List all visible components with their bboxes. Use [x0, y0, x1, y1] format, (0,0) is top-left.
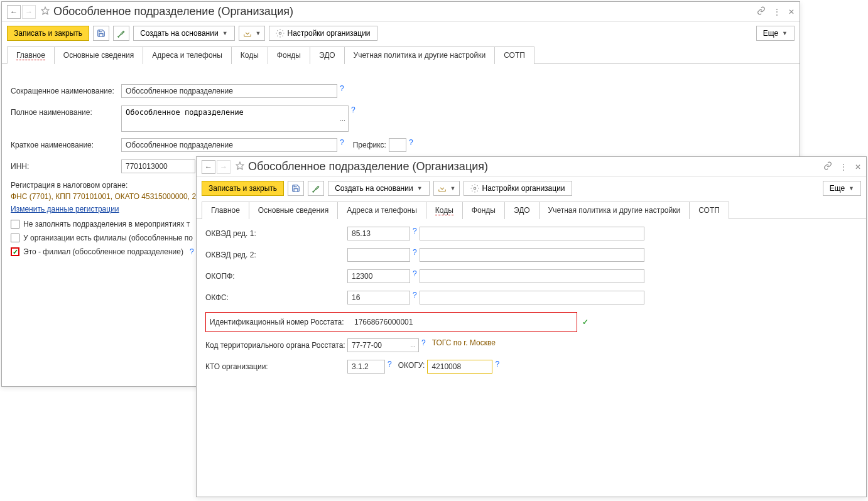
prefix-input[interactable] — [389, 138, 406, 152]
help-icon[interactable]: ? — [190, 247, 194, 256]
tab-basic-info[interactable]: Основные сведения — [54, 46, 143, 64]
save-icon-button[interactable] — [288, 181, 304, 196]
territ-input[interactable] — [347, 338, 408, 352]
fill-icon-button[interactable] — [113, 26, 129, 41]
attachments-button[interactable]: ▼ — [433, 181, 460, 196]
window-title: Обособленное подразделение (Организация) — [248, 160, 823, 173]
create-based-button[interactable]: Создать на основании▼ — [133, 26, 234, 41]
okved2-input[interactable] — [347, 248, 410, 262]
fill-icon-button[interactable] — [308, 181, 324, 196]
tab-codes[interactable]: Коды — [426, 202, 463, 219]
help-icon[interactable]: ? — [340, 138, 344, 147]
tab-content-codes: ОКВЭД ред. 1: ? ОКВЭД ред. 2: ? ОКОПФ: ?… — [197, 219, 866, 389]
okved1-name-input[interactable] — [420, 227, 644, 240]
cb-has-branches-label: У организации есть филиалы (обособленные… — [23, 234, 193, 242]
okopf-input[interactable] — [347, 269, 410, 283]
tab-edo[interactable]: ЭДО — [504, 202, 540, 219]
okogu-label: ОКОГУ: — [398, 360, 425, 370]
help-icon[interactable]: ? — [421, 338, 426, 347]
close-icon[interactable]: ✕ — [788, 8, 795, 16]
more-button[interactable]: Еще▼ — [756, 26, 795, 41]
tab-accounting[interactable]: Учетная политика и другие настройки — [539, 202, 690, 219]
favorite-star-icon[interactable] — [41, 6, 50, 17]
okved1-label: ОКВЭД ред. 1: — [205, 227, 347, 238]
help-icon[interactable]: ? — [413, 248, 417, 257]
okogu-input[interactable] — [427, 360, 492, 374]
tab-codes[interactable]: Коды — [231, 46, 268, 64]
toolbar: Записать и закрыть Создать на основании▼… — [2, 22, 800, 45]
tabs: Главное Основные сведения Адреса и телеф… — [197, 201, 866, 219]
rosstat-id-input[interactable] — [350, 315, 573, 329]
okved2-name-input[interactable] — [420, 248, 644, 262]
short-name-label: Сокращенное наименование: — [11, 84, 121, 95]
svg-marker-0 — [41, 7, 49, 14]
nav-back-button[interactable]: ← — [202, 160, 215, 174]
window-title: Обособленное подразделение (Организация) — [53, 5, 757, 18]
help-icon[interactable]: ? — [413, 227, 417, 235]
inn-label: ИНН: — [11, 159, 121, 171]
nav-back-button[interactable]: ← — [7, 5, 21, 19]
help-icon[interactable]: ? — [413, 269, 417, 278]
short-name-input[interactable] — [121, 84, 337, 98]
help-icon[interactable]: ? — [409, 138, 413, 147]
okved1-input[interactable] — [347, 227, 410, 240]
full-name-expand-button[interactable]: … — [337, 105, 349, 132]
save-close-button[interactable]: Записать и закрыть — [7, 26, 89, 41]
kebab-menu-icon[interactable]: ⋮ — [840, 163, 847, 171]
help-icon[interactable]: ? — [351, 105, 355, 114]
titlebar: ← → Обособленное подразделение (Организа… — [2, 2, 800, 22]
cb-has-branches[interactable] — [11, 234, 19, 242]
create-based-button[interactable]: Создать на основании▼ — [328, 181, 429, 196]
cb-no-fill-label: Не заполнять подразделения в мероприятия… — [23, 220, 190, 229]
save-icon-button[interactable] — [93, 26, 109, 41]
tab-main[interactable]: Главное — [7, 46, 55, 64]
cb-no-fill-subdiv[interactable] — [11, 220, 19, 229]
attachments-button[interactable]: ▼ — [239, 26, 266, 41]
kebab-menu-icon[interactable]: ⋮ — [773, 8, 781, 16]
tab-edo[interactable]: ЭДО — [310, 46, 345, 64]
save-close-button[interactable]: Записать и закрыть — [202, 181, 284, 196]
tab-accounting[interactable]: Учетная политика и другие настройки — [344, 46, 496, 64]
tab-main[interactable]: Главное — [202, 202, 249, 219]
nav-forward-button[interactable]: → — [22, 5, 36, 19]
full-name-input[interactable] — [121, 105, 337, 132]
kto-input[interactable] — [347, 360, 385, 374]
org-settings-button[interactable]: Настройки организации — [464, 181, 572, 196]
tab-basic-info[interactable]: Основные сведения — [249, 202, 338, 219]
help-icon[interactable]: ? — [388, 360, 392, 369]
window-codes-tab: ← → Обособленное подразделение (Организа… — [196, 156, 867, 497]
okfs-input[interactable] — [347, 291, 410, 304]
okfs-name-input[interactable] — [420, 291, 644, 304]
territ-select-button[interactable]: … — [408, 338, 419, 352]
tab-funds[interactable]: Фонды — [268, 46, 310, 64]
okopf-label: ОКОПФ: — [205, 269, 347, 281]
favorite-star-icon[interactable] — [236, 161, 244, 172]
close-icon[interactable]: ✕ — [855, 163, 861, 171]
cb-is-branch[interactable] — [11, 247, 19, 256]
change-reg-link[interactable]: Изменить данные регистрации — [11, 205, 119, 213]
svg-point-3 — [474, 187, 477, 190]
tab-funds[interactable]: Фонды — [462, 202, 505, 219]
tab-addresses[interactable]: Адреса и телефоны — [337, 202, 426, 219]
tab-addresses[interactable]: Адреса и телефоны — [143, 46, 232, 64]
okfs-label: ОКФС: — [205, 291, 347, 302]
link-icon[interactable] — [823, 161, 832, 172]
tab-sotp[interactable]: СОТП — [494, 46, 534, 64]
inn-input[interactable] — [121, 159, 195, 173]
help-icon[interactable]: ? — [340, 84, 344, 93]
brief-name-input[interactable] — [121, 138, 337, 152]
kto-label: КТО организации: — [205, 360, 347, 371]
territ-label: Код территориального органа Росстата: — [205, 338, 347, 350]
svg-marker-2 — [236, 162, 244, 170]
help-icon[interactable]: ? — [413, 291, 417, 299]
okopf-name-input[interactable] — [420, 269, 644, 283]
nav-forward-button[interactable]: → — [217, 160, 231, 174]
svg-point-1 — [279, 32, 282, 35]
tab-sotp[interactable]: СОТП — [689, 202, 729, 219]
toolbar: Записать и закрыть Создать на основании▼… — [197, 177, 866, 200]
org-settings-button[interactable]: Настройки организации — [269, 26, 377, 41]
link-icon[interactable] — [757, 6, 766, 17]
more-button[interactable]: Еще▼ — [823, 181, 861, 196]
help-icon[interactable]: ? — [495, 360, 499, 369]
brief-name-label: Краткое наименование: — [11, 138, 121, 149]
